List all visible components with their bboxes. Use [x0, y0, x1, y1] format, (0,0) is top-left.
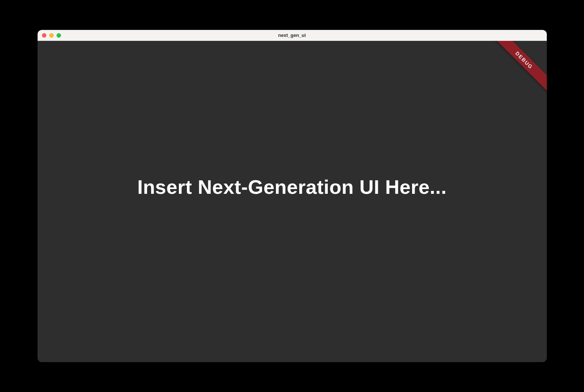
titlebar: next_gen_ui	[38, 30, 547, 41]
debug-banner: DEBUG	[477, 41, 547, 110]
app-window: next_gen_ui Insert Next-Generation UI He…	[38, 30, 547, 362]
window-controls	[38, 33, 61, 38]
app-content: Insert Next-Generation UI Here... DEBUG	[38, 41, 547, 362]
minimize-window-button[interactable]	[49, 33, 54, 38]
debug-banner-label: DEBUG	[487, 41, 547, 98]
close-window-button[interactable]	[42, 33, 46, 38]
placeholder-headline: Insert Next-Generation UI Here...	[137, 176, 447, 198]
window-title: next_gen_ui	[38, 32, 547, 38]
fullscreen-window-button[interactable]	[57, 33, 61, 38]
